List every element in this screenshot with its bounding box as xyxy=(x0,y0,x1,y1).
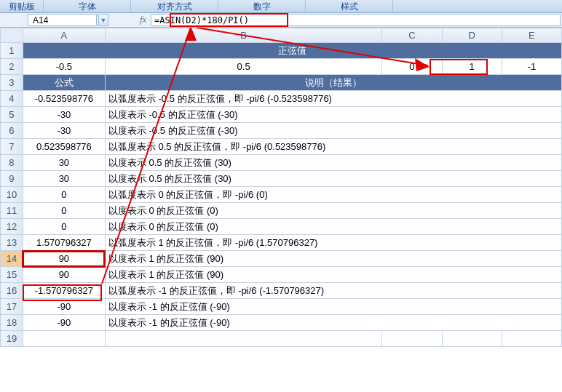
cell-A14[interactable]: 90 xyxy=(23,251,105,267)
cell-B14[interactable]: 以度表示 1 的反正弦值 (90) xyxy=(105,251,561,267)
name-box-dropdown[interactable]: ▼ xyxy=(98,14,108,26)
row-header[interactable]: 2 xyxy=(1,59,23,75)
cell-A17[interactable]: -90 xyxy=(23,299,105,315)
row-header[interactable]: 16 xyxy=(1,283,23,299)
row-header[interactable]: 8 xyxy=(1,155,23,171)
cell-B8[interactable]: 以度表示 0.5 的反正弦值 (30) xyxy=(105,155,561,171)
row-header[interactable]: 15 xyxy=(1,267,23,283)
name-box[interactable]: A14 xyxy=(28,14,97,26)
cell-A6[interactable]: -30 xyxy=(23,123,105,139)
cell-B7[interactable]: 以弧度表示 0.5 的反正弦值，即 -pi/6 (0.523598776) xyxy=(105,139,561,155)
row-header[interactable]: 6 xyxy=(1,123,23,139)
ribbon-tab-font[interactable]: 字体 xyxy=(44,0,131,12)
cell-B10[interactable]: 以弧度表示 0 的反正弦值，即 -pi/6 (0) xyxy=(105,187,561,203)
ribbon-group-labels: 剪贴板 字体 对齐方式 数字 样式 xyxy=(0,0,562,13)
cell-D19[interactable] xyxy=(442,331,502,347)
row-header[interactable]: 1 xyxy=(1,43,23,59)
row-header[interactable]: 13 xyxy=(1,235,23,251)
cell-A19[interactable] xyxy=(23,331,105,347)
cell-A7[interactable]: 0.523598776 xyxy=(23,139,105,155)
cell-C2[interactable]: 0 xyxy=(382,59,442,75)
ribbon-tab-alignment[interactable]: 对齐方式 xyxy=(131,0,218,12)
cell-B2[interactable]: 0.5 xyxy=(105,59,381,75)
formula-input[interactable]: =ASIN(D2)*180/PI() xyxy=(151,14,561,26)
row-header[interactable]: 7 xyxy=(1,139,23,155)
grid[interactable]: A B C D E 1正弦值2-0.50.501-13公式说明（结果）4-0.5… xyxy=(0,28,562,347)
row-header[interactable]: 12 xyxy=(1,219,23,235)
cell-B6[interactable]: 以度表示 -0.5 的反正弦值 (-30) xyxy=(105,123,561,139)
cell-B5[interactable]: 以度表示 -0.5 的反正弦值 (-30) xyxy=(105,107,561,123)
row-header[interactable]: 17 xyxy=(1,299,23,315)
cell-B4[interactable]: 以弧度表示 -0.5 的反正弦值，即 -pi/6 (-0.523598776) xyxy=(105,91,561,107)
col-header-C[interactable]: C xyxy=(382,28,442,43)
col-header-B[interactable]: B xyxy=(105,28,381,43)
cell-A9[interactable]: 30 xyxy=(23,171,105,187)
cell-B12[interactable]: 以度表示 0 的反正弦值 (0) xyxy=(105,219,561,235)
cell-B11[interactable]: 以度表示 0 的反正弦值 (0) xyxy=(105,203,561,219)
row-header[interactable]: 4 xyxy=(1,91,23,107)
cell-A4[interactable]: -0.523598776 xyxy=(23,91,105,107)
cell-B19[interactable] xyxy=(105,331,381,347)
cell-A18[interactable]: -90 xyxy=(23,315,105,331)
cell-A15[interactable]: 90 xyxy=(23,267,105,283)
row-header[interactable]: 3 xyxy=(1,75,23,91)
worksheet[interactable]: A B C D E 1正弦值2-0.50.501-13公式说明（结果）4-0.5… xyxy=(0,28,562,347)
col-header-A[interactable]: A xyxy=(23,28,105,43)
ribbon-tab-clipboard[interactable]: 剪贴板 xyxy=(0,0,44,12)
formula-bar: A14 ▼ =ASIN(D2)*180/PI() xyxy=(0,13,562,28)
cell-A11[interactable]: 0 xyxy=(23,203,105,219)
row-header[interactable]: 9 xyxy=(1,171,23,187)
cell-A10[interactable]: 0 xyxy=(23,187,105,203)
row-header[interactable]: 5 xyxy=(1,107,23,123)
cell-A16[interactable]: -1.570796327 xyxy=(23,283,105,299)
cell-E19[interactable] xyxy=(502,331,561,347)
row-header[interactable]: 14 xyxy=(1,251,23,267)
cell-B15[interactable]: 以度表示 1 的反正弦值 (90) xyxy=(105,267,561,283)
row-header[interactable]: 11 xyxy=(1,203,23,219)
row-header[interactable]: 18 xyxy=(1,315,23,331)
cell-D2[interactable]: 1 xyxy=(442,59,502,75)
cell-A1-title[interactable]: 正弦值 xyxy=(23,43,561,59)
col-header-D[interactable]: D xyxy=(442,28,502,43)
fx-button[interactable] xyxy=(108,13,149,27)
col-header-E[interactable]: E xyxy=(502,28,561,43)
ribbon-tab-number[interactable]: 数字 xyxy=(218,0,306,12)
cell-A5[interactable]: -30 xyxy=(23,107,105,123)
cell-C19[interactable] xyxy=(382,331,442,347)
cell-A13[interactable]: 1.570796327 xyxy=(23,235,105,251)
cell-B17[interactable]: 以度表示 -1 的反正弦值 (-90) xyxy=(105,299,561,315)
row-header[interactable]: 10 xyxy=(1,187,23,203)
cell-A3-formula-hdr[interactable]: 公式 xyxy=(23,75,105,91)
cell-B13[interactable]: 以弧度表示 1 的反正弦值，即 -pi/6 (1.570796327) xyxy=(105,235,561,251)
cell-B16[interactable]: 以弧度表示 -1 的反正弦值，即 -pi/6 (-1.570796327) xyxy=(105,283,561,299)
cell-A2[interactable]: -0.5 xyxy=(23,59,105,75)
cell-B9[interactable]: 以度表示 0.5 的反正弦值 (30) xyxy=(105,171,561,187)
cell-A8[interactable]: 30 xyxy=(23,155,105,171)
cell-E2[interactable]: -1 xyxy=(502,59,561,75)
ribbon-tab-styles[interactable]: 样式 xyxy=(306,0,393,12)
cell-A12[interactable]: 0 xyxy=(23,219,105,235)
row-header[interactable]: 19 xyxy=(1,331,23,347)
select-all-corner[interactable] xyxy=(1,28,23,43)
cell-B18[interactable]: 以度表示 -1 的反正弦值 (-90) xyxy=(105,315,561,331)
cell-B3-desc-hdr[interactable]: 说明（结果） xyxy=(105,75,561,91)
